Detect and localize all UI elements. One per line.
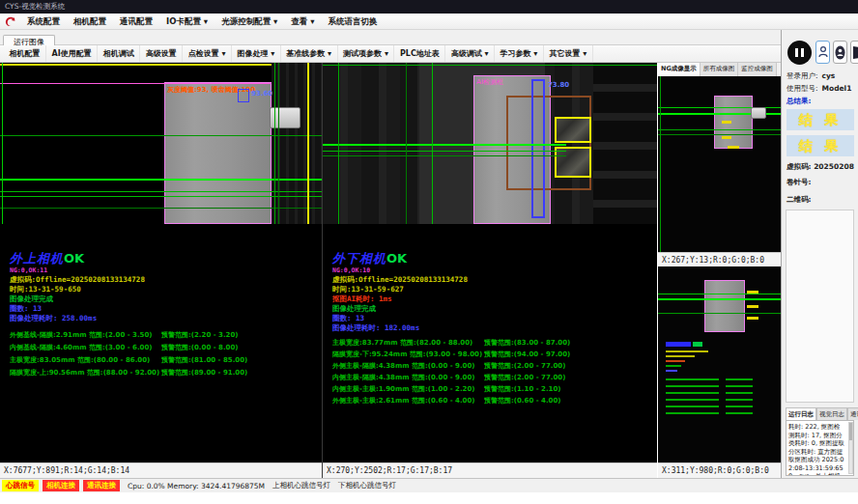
login-user-button[interactable] — [815, 41, 830, 64]
toolbar-button[interactable]: 其它设置 ▾ — [544, 45, 593, 62]
measurement-row: 隔膜宽度-下:95.24mm 范围:(93.00 - 98.00) 预警范围:(… — [332, 349, 640, 360]
exit-icon — [852, 45, 858, 60]
result-indicator-lower: 结 果 — [786, 135, 854, 156]
thumbnail-view-1[interactable] — [658, 76, 781, 252]
pixel-coords-upper: X:7677;Y:891;R:14;G:14;B:14 — [0, 462, 322, 478]
log-tabs: 运行日志视觉日志通讯日志 — [786, 407, 854, 420]
toolbar: 相机配置AI使用配置相机调试高级设置点检设置 ▾图像处理 ▾基准线参数 ▾测试项… — [0, 45, 781, 63]
menu-item[interactable]: 查看 ▾ — [284, 14, 321, 29]
login-user-value: cys — [822, 71, 836, 80]
camera-name: 外上相机OK — [10, 252, 145, 266]
toolbar-button[interactable]: 高级设置 — [140, 45, 183, 62]
mini-label — [722, 121, 731, 124]
baseline — [658, 313, 781, 314]
total-result-label: 总结果: — [786, 96, 854, 107]
mini-label — [747, 291, 758, 294]
mini-text-line — [666, 385, 719, 387]
measurement-row: 内侧基线-隔膜:4.60mm 范围:(3.00 - 6.00) 预警范围:(0.… — [10, 342, 317, 354]
toolbar-button[interactable]: 基准线参数 ▾ — [281, 45, 338, 62]
baseline-vertical — [278, 63, 279, 224]
baseline-vertical — [406, 63, 407, 224]
measurement-row: 隔膜宽度-上:90.56mm 范围:(88.00 - 92.00) 预警范围:(… — [10, 367, 317, 379]
result-info-lower: 外下相机OK NG:0,OK:10 虚拟码:Offline=2025020813… — [332, 252, 468, 333]
pixel-coords-lower: X:270;Y:2502;R:17;G:17;B:17 — [323, 462, 657, 478]
thumbnail-tab[interactable]: 监控成像图 — [738, 63, 777, 76]
operator-button[interactable] — [833, 41, 847, 64]
tab-detect-box — [555, 117, 591, 143]
pause-button[interactable] — [786, 39, 813, 66]
info-list-box[interactable] — [786, 210, 854, 403]
menu-item[interactable]: 系统语言切换 — [322, 14, 385, 29]
model-value[interactable]: Model1 — [822, 84, 852, 93]
menu-item[interactable]: 系统配置 — [20, 14, 67, 29]
workpiece-region — [704, 280, 745, 332]
toolbar-button[interactable]: 点检设置 ▾ — [183, 45, 232, 62]
thumbnail-tab[interactable]: 所有成像图 — [701, 63, 739, 76]
toolbar-button[interactable]: 测试项参数 ▾ — [338, 45, 395, 62]
barcode-line: 虚拟码:Offline=20250208133134728 — [10, 275, 145, 285]
elapsed-line: 图像处理耗时: 258.00ms — [10, 314, 145, 323]
baseline-vertical — [2, 63, 3, 224]
toolbar-button[interactable]: 相机调试 — [98, 45, 140, 62]
toolbar-button[interactable]: PLC地址表 — [394, 45, 445, 62]
log-scrollbar[interactable] — [848, 422, 853, 474]
toolbar-button[interactable]: 相机配置 — [4, 45, 46, 62]
control-buttons — [786, 39, 858, 66]
barcode-line: 虚拟码:Offline=20250208133134728 — [332, 275, 468, 285]
result-info-upper: 外上相机OK NG:0,OK:11 虚拟码:Offline=2025020813… — [10, 252, 145, 323]
log-tab[interactable]: 视觉日志 — [816, 407, 847, 420]
camera-image-lower-outer[interactable]: AI检测框 73.80 — [323, 63, 657, 224]
camera-image-upper-outer[interactable]: 灰度阈值:93, 喷齿阈值:100 93.60 — [0, 63, 322, 224]
ai-elapsed-line: 抠图AI耗时: 1ms — [332, 294, 468, 304]
pixel-coords-thumb2: X:311;Y:980;R:0;G:0;B:0 — [658, 462, 781, 478]
menu-item[interactable]: 光源控制配置 ▾ — [214, 14, 284, 29]
baseline — [658, 294, 781, 294]
app-logo-icon — [4, 15, 16, 28]
toolbar-button[interactable]: 高级调试 ▾ — [445, 45, 495, 62]
measure-box — [238, 89, 249, 102]
mini-text-line — [666, 412, 719, 414]
mini-text-line — [726, 378, 753, 380]
log-output[interactable]: 耗时: 222, 抠图检测耗时: 17, 抠图分类耗时: 0, 抠图提取分区耗时… — [786, 420, 854, 476]
camera-name: 外下相机OK — [332, 252, 468, 266]
baseline-vertical — [338, 63, 339, 224]
toolbar-button[interactable]: 图像处理 ▾ — [232, 45, 281, 62]
cursor-line-vertical — [307, 63, 309, 224]
mini-text-line — [666, 370, 677, 372]
menu-item[interactable]: IO卡配置 ▾ — [159, 14, 214, 29]
exit-button[interactable] — [850, 41, 858, 64]
thumbnail-tab[interactable]: NG成像显示 — [658, 63, 701, 76]
thumbnail-tabs: NG成像显示所有成像图监控成像图 — [658, 63, 781, 76]
measurement-row: 外侧主极-隔膜:4.38mm 范围:(0.00 - 9.00) 预警范围:(2.… — [332, 360, 640, 372]
mini-text-line — [666, 406, 719, 407]
toolbar-button[interactable]: 学习参数 ▾ — [495, 45, 544, 62]
vcode-value: 20250208 — [814, 162, 854, 171]
baseline-vertical — [274, 63, 275, 224]
heartbeat-badge: 心跳信号 — [2, 480, 39, 491]
mini-text-line — [666, 399, 719, 401]
mini-text-line — [726, 392, 753, 394]
mini-label — [747, 317, 758, 320]
model-row: 使用型号:Model1 — [786, 83, 854, 96]
log-tab[interactable]: 运行日志 — [786, 407, 816, 420]
overlay-line-magenta — [0, 83, 272, 84]
mini-text-line — [666, 360, 685, 362]
camera-panel-upper-outer: 灰度阈值:93, 喷齿阈值:100 93.60 外上相机OK NG:0,OK:1… — [0, 63, 322, 478]
pause-icon — [787, 41, 812, 65]
qr-label: 二维码: — [786, 194, 854, 206]
menu-item[interactable]: 通讯配置 — [113, 14, 159, 29]
mini-label — [747, 305, 758, 308]
measurement-row: 内侧主极-主极:1.90mm 范围:(1.00 - 2.20) 预警范围:(1.… — [332, 383, 640, 395]
measurement-rows-lower: 主极宽度:83.77mm 范围:(82.00 - 88.00) 预警范围:(83… — [332, 337, 640, 406]
overlay-line — [323, 65, 657, 66]
mini-label — [722, 136, 731, 139]
round-line: 圈数: 13 — [10, 304, 145, 314]
model-label: 使用型号: — [786, 84, 818, 93]
connector-part — [751, 107, 766, 119]
mini-text-line — [693, 342, 702, 347]
machine-background — [593, 63, 657, 224]
toolbar-button[interactable]: AI使用配置 — [46, 45, 98, 62]
menu-item[interactable]: 相机配置 — [67, 14, 113, 29]
log-tab[interactable]: 通讯日志 — [847, 407, 858, 420]
thumbnail-view-2[interactable] — [658, 266, 781, 462]
